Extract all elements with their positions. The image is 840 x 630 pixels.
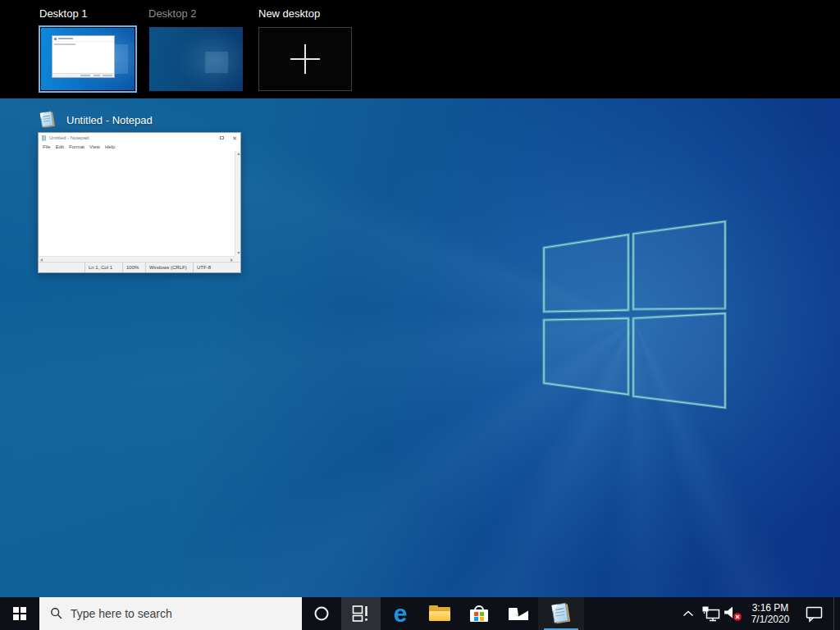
- task-view-button[interactable]: [341, 597, 381, 630]
- volume-tray-icon[interactable]: [722, 597, 745, 630]
- mini-menubar: [54, 43, 75, 45]
- chevron-up-icon: [682, 609, 694, 618]
- notepad-taskbar-button[interactable]: [538, 597, 584, 630]
- desktop-2-label[interactable]: Desktop 2: [148, 7, 197, 20]
- status-cursor-position: Ln 1, Col 1: [84, 262, 122, 272]
- file-explorer-button[interactable]: [420, 597, 459, 630]
- screen: { "top_bar": { "desktops": [ { "label": …: [0, 0, 840, 630]
- menu-edit: Edit: [56, 144, 64, 149]
- notepad-taskbar-icon: [549, 601, 573, 626]
- notepad-menubar: File Edit Format View Help: [39, 143, 240, 151]
- menu-file: File: [43, 144, 51, 149]
- task-view-icon: [352, 605, 370, 623]
- mail-icon: [508, 605, 529, 623]
- menu-view: View: [89, 144, 100, 149]
- menu-help: Help: [105, 144, 115, 149]
- notepad-titlebar-text: Untitled - Notepad: [49, 135, 89, 140]
- taskbar-clock[interactable]: 3:16 PM 7/1/2020: [745, 597, 796, 630]
- status-encoding: UTF-8: [193, 262, 224, 272]
- mini-title-text: [58, 38, 73, 39]
- notepad-mini-window: [52, 35, 115, 78]
- window-header[interactable]: Untitled - Notepad: [38, 109, 153, 130]
- maximize-icon: [220, 136, 224, 139]
- notepad-window-thumbnail[interactable]: Untitled - Notepad ✕ File Edit Format Vi…: [38, 132, 241, 273]
- show-desktop-button[interactable]: [833, 597, 840, 630]
- ethernet-icon: [702, 606, 720, 622]
- status-zoom: 100%: [122, 262, 145, 272]
- windows-start-icon: [13, 607, 26, 620]
- task-view-desktop-strip: Desktop 1 Desktop 2 New desktop: [0, 0, 840, 98]
- window-title: Untitled - Notepad: [66, 114, 153, 126]
- edge-button[interactable]: e: [381, 597, 420, 630]
- taskbar-search-box[interactable]: [39, 597, 302, 630]
- desktop-1-label[interactable]: Desktop 1: [39, 7, 88, 20]
- search-icon: [50, 607, 63, 620]
- clock-time: 3:16 PM: [745, 602, 796, 614]
- action-center-button[interactable]: [796, 597, 833, 630]
- cortana-button[interactable]: [302, 597, 341, 630]
- notepad-statusbar: Ln 1, Col 1 100% Windows (CRLF) UTF-8: [39, 262, 240, 272]
- status-line-ending: Windows (CRLF): [145, 262, 193, 272]
- network-tray-icon[interactable]: [701, 597, 722, 630]
- search-input[interactable]: [71, 597, 302, 630]
- menu-format: Format: [69, 144, 84, 149]
- new-desktop-label: New desktop: [258, 7, 320, 20]
- notepad-icon: [38, 110, 57, 130]
- speaker-muted-icon: [724, 605, 743, 622]
- horizontal-scrollbar: [39, 256, 235, 262]
- mail-button[interactable]: [499, 597, 538, 630]
- scrollbar-corner: [235, 256, 240, 262]
- notepad-titlebar: Untitled - Notepad ✕: [39, 133, 240, 143]
- store-button[interactable]: [459, 597, 499, 630]
- taskbar: e: [0, 597, 840, 630]
- windows-logo-hint: [205, 52, 228, 73]
- plus-icon: [290, 44, 320, 74]
- desktop-1-thumbnail[interactable]: [39, 25, 137, 93]
- store-icon: [470, 605, 488, 622]
- clock-date: 7/1/2020: [745, 614, 796, 625]
- mini-notepad-icon: [54, 38, 57, 40]
- file-explorer-icon: [429, 605, 450, 622]
- desktop-2-thumbnail[interactable]: [149, 27, 243, 91]
- close-icon: ✕: [232, 135, 237, 141]
- notepad-text-area: [39, 151, 240, 262]
- mini-titlebar: [52, 36, 114, 42]
- notepad-titlebar-icon: [41, 135, 47, 141]
- edge-icon: e: [394, 601, 408, 626]
- new-desktop-button[interactable]: [258, 27, 352, 91]
- mini-statusbar: [52, 73, 114, 77]
- cortana-icon: [313, 605, 330, 622]
- desktop-1-wallpaper: [41, 28, 135, 90]
- show-hidden-icons-button[interactable]: [676, 597, 701, 630]
- start-button[interactable]: [0, 597, 39, 630]
- action-center-icon: [806, 605, 824, 623]
- desktop-wallpaper[interactable]: Untitled - Notepad Untitled - Notepad ✕ …: [0, 98, 840, 597]
- vertical-scrollbar: [235, 151, 240, 256]
